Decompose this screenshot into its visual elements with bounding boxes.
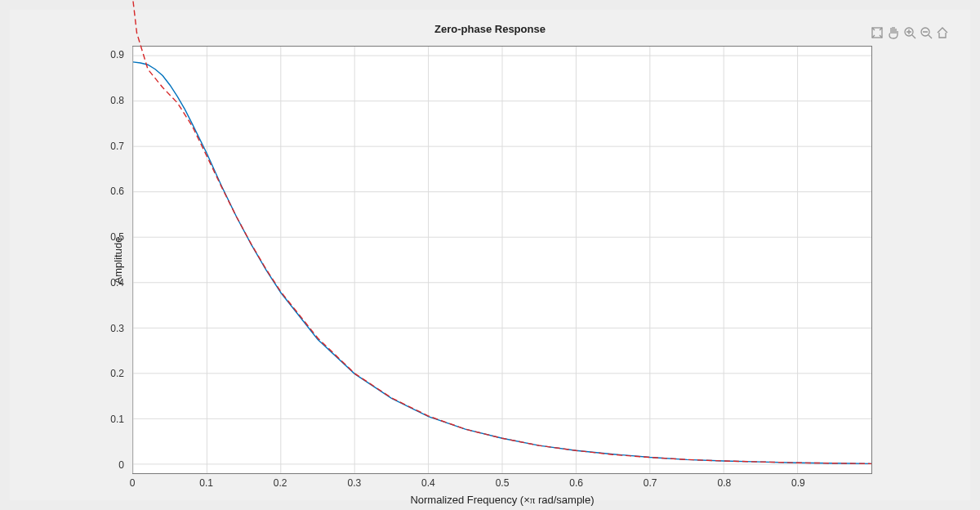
x-tick-label: 0.6: [569, 477, 583, 489]
y-tick-label: 0.9: [110, 49, 124, 60]
zoom-in-icon[interactable]: [903, 26, 916, 39]
y-axis-label: Amplitude: [95, 46, 142, 474]
y-tick-label: 0: [118, 459, 124, 471]
y-tick-label: 0.6: [110, 186, 124, 197]
y-tick-label: 0.2: [110, 368, 124, 379]
y-tick-label: 0.8: [110, 95, 124, 106]
x-tick-label: 0.4: [421, 477, 435, 489]
figure-toolbar: [871, 26, 949, 39]
pan-icon[interactable]: [887, 26, 900, 39]
x-tick-label: 0.7: [644, 477, 657, 489]
y-tick-label: 0.5: [110, 231, 124, 243]
x-tick-label: 0.2: [274, 477, 287, 489]
y-tick-label: 0.4: [110, 277, 124, 289]
xlabel-times: ×: [523, 494, 530, 506]
xlabel-suffix: rad/sample): [535, 494, 594, 506]
x-axis-label: Normalized Frequency (×π rad/sample): [132, 494, 872, 507]
x-tick-label: 0.5: [496, 477, 510, 489]
expand-icon[interactable]: [871, 26, 884, 39]
y-tick-label: 0.7: [110, 141, 124, 152]
y-tick-label: 0.1: [110, 414, 124, 425]
x-tick-label: 0.1: [199, 477, 213, 489]
xlabel-prefix: Normalized Frequency (: [410, 494, 523, 506]
home-icon[interactable]: [936, 26, 949, 39]
x-tick-label: 0: [130, 477, 136, 489]
x-tick-label: 0.9: [791, 477, 805, 489]
zoom-out-icon[interactable]: [920, 26, 933, 39]
chart-title: Zero-phase Response: [10, 23, 970, 35]
figure-window: Zero-phase Response Amplitude Normalized…: [10, 10, 970, 500]
chart-plot-svg: [133, 47, 871, 473]
x-tick-label: 0.8: [717, 477, 731, 489]
x-tick-label: 0.3: [347, 477, 361, 489]
y-tick-label: 0.3: [110, 323, 124, 334]
chart-axes[interactable]: [132, 46, 872, 474]
